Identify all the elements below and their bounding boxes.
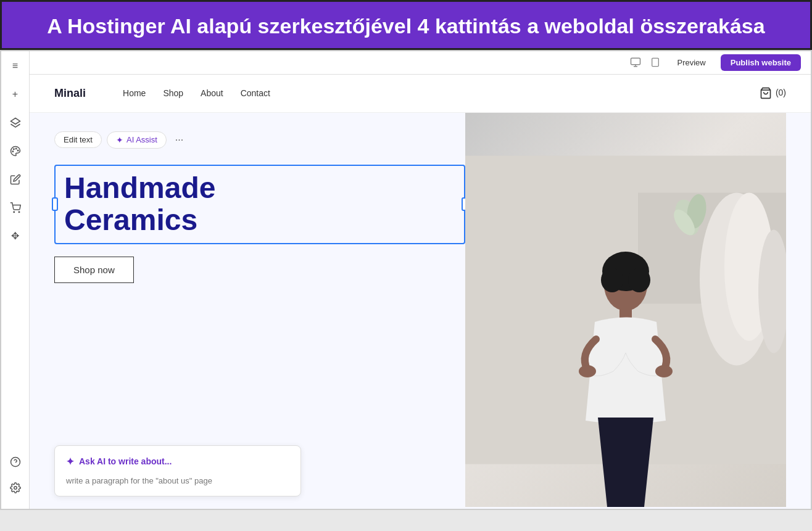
add-icon[interactable]: + <box>7 86 24 103</box>
move-icon[interactable]: ✥ <box>7 228 24 245</box>
hero-heading: Handmade Ceramics <box>64 172 455 237</box>
nav-about[interactable]: About <box>201 88 223 98</box>
svg-point-26 <box>601 268 623 292</box>
svg-point-1 <box>15 148 17 149</box>
shopping-cart-icon[interactable] <box>7 199 24 216</box>
shop-now-button[interactable]: Shop now <box>54 257 134 283</box>
hero-section: Edit text ✦ AI Assist ··· Handmade Ceram… <box>30 113 811 507</box>
settings-icon[interactable] <box>7 479 24 496</box>
sparkle-icon: ✦ <box>116 135 123 145</box>
publish-button[interactable]: Publish website <box>721 54 801 71</box>
svg-point-30 <box>655 365 673 377</box>
ai-panel: ✦ Ask AI to write about... <box>54 445 301 496</box>
banner-title: A Hostinger AI alapú szerkesztőjével 4 k… <box>27 13 785 39</box>
nav-contact[interactable]: Contact <box>241 88 270 98</box>
sparkle-icon: ✦ <box>66 456 74 467</box>
desktop-icon[interactable] <box>628 55 643 70</box>
site-nav-links: Home Shop About Contact <box>123 88 735 98</box>
editor-wrapper: ≡ + ✥ <box>0 50 812 510</box>
svg-point-27 <box>628 268 650 292</box>
heading-text-box[interactable]: Handmade Ceramics <box>54 165 465 245</box>
ai-panel-input[interactable] <box>66 476 289 485</box>
edit-text-button[interactable]: Edit text <box>54 131 102 148</box>
layers-icon[interactable] <box>7 114 24 131</box>
edit-pencil-icon[interactable] <box>7 171 24 188</box>
preview-button[interactable]: Preview <box>670 56 713 70</box>
text-toolbar: Edit text ✦ AI Assist ··· <box>54 131 465 149</box>
nav-shop[interactable]: Shop <box>163 88 183 98</box>
palette-icon[interactable] <box>7 142 24 160</box>
svg-point-6 <box>19 212 20 213</box>
woman-figure <box>558 248 694 507</box>
more-options-button[interactable]: ··· <box>172 133 187 147</box>
hero-image <box>465 113 786 507</box>
svg-rect-28 <box>619 306 632 318</box>
top-bar-icons <box>628 55 663 70</box>
sidebar: ≡ + ✥ <box>1 51 30 509</box>
site-logo: Minali <box>54 87 86 100</box>
svg-point-4 <box>12 150 14 152</box>
editor-content: Preview Publish website Minali Home Shop… <box>30 51 811 509</box>
svg-point-3 <box>13 148 14 149</box>
help-icon[interactable] <box>7 453 24 471</box>
top-bar: Preview Publish website <box>30 51 811 75</box>
hero-photo <box>465 113 786 507</box>
banner: A Hostinger AI alapú szerkesztőjével 4 k… <box>0 0 812 50</box>
cart-count: (0) <box>776 88 786 97</box>
ai-panel-header: ✦ Ask AI to write about... <box>66 456 289 467</box>
svg-marker-0 <box>10 118 20 124</box>
svg-point-5 <box>14 212 15 213</box>
menu-icon[interactable]: ≡ <box>7 57 24 75</box>
ai-assist-button[interactable]: ✦ AI Assist <box>107 131 167 149</box>
tablet-icon[interactable] <box>648 55 663 70</box>
svg-point-2 <box>17 150 19 151</box>
resize-handle-left[interactable] <box>52 197 58 211</box>
svg-point-9 <box>14 486 17 489</box>
svg-point-29 <box>579 365 596 377</box>
hero-left: Edit text ✦ AI Assist ··· Handmade Ceram… <box>54 113 465 507</box>
cart-indicator[interactable]: (0) <box>760 87 786 99</box>
website-canvas: Minali Home Shop About Contact (0) <box>30 75 811 509</box>
nav-home[interactable]: Home <box>123 88 146 98</box>
svg-rect-10 <box>631 58 640 65</box>
site-navigation: Minali Home Shop About Contact (0) <box>30 75 811 113</box>
